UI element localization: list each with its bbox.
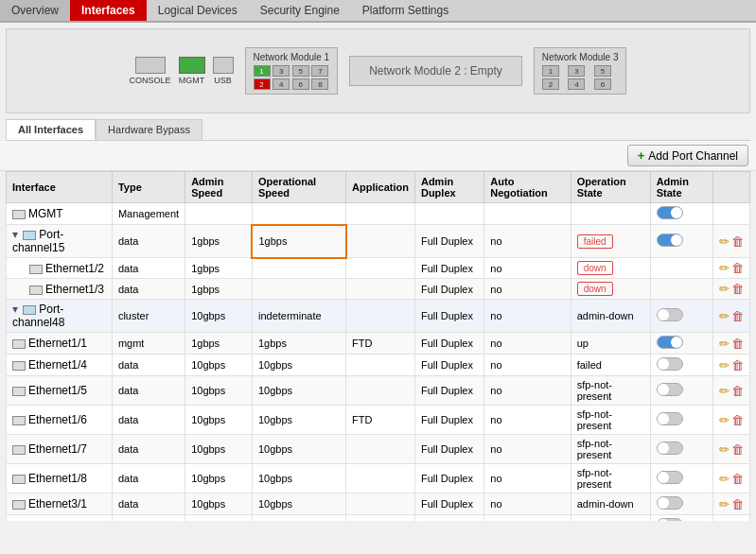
cell-duplex: Full Duplex <box>414 279 483 300</box>
admin-state-toggle[interactable] <box>657 471 683 484</box>
cell-application <box>346 203 415 225</box>
col-op-speed: Operational Speed <box>252 172 345 203</box>
cell-admin-state[interactable] <box>650 406 712 435</box>
delete-icon[interactable]: 🗑 <box>731 261 744 275</box>
nm1-ports: 1 3 5 7 2 4 6 8 <box>254 65 330 90</box>
admin-state-toggle[interactable] <box>657 336 683 349</box>
add-port-channel-button[interactable]: + Add Port Channel <box>627 145 748 166</box>
tab-platform-settings[interactable]: Platform Settings <box>351 0 460 21</box>
cell-actions: ✏🗑 <box>712 300 749 333</box>
cell-duplex: Full Duplex <box>414 515 483 522</box>
cell-op-state: sfp-not-present <box>571 435 650 464</box>
console-label: CONSOLE <box>130 76 171 85</box>
edit-icon[interactable]: ✏ <box>719 472 730 486</box>
cell-application <box>346 493 415 515</box>
tab-overview[interactable]: Overview <box>0 0 70 21</box>
console-port <box>135 57 166 74</box>
cell-op-state <box>571 203 650 225</box>
cell-admin-speed: 1gbps <box>185 225 253 258</box>
edit-icon[interactable]: ✏ <box>719 413 730 427</box>
edit-icon[interactable]: ✏ <box>719 337 730 351</box>
console-mgmt-usb: CONSOLE MGMT USB <box>130 57 234 85</box>
tab-logical-devices[interactable]: Logical Devices <box>147 0 249 21</box>
edit-icon[interactable]: ✏ <box>719 282 730 296</box>
col-type: Type <box>112 172 185 203</box>
sub-tab-bar: All Interfaces Hardware Bypass <box>6 119 750 141</box>
interface-icon <box>12 500 26 510</box>
admin-state-toggle[interactable] <box>657 441 683 455</box>
cell-actions: ✏🗑 <box>712 515 749 522</box>
port-channel-icon <box>23 305 36 315</box>
admin-state-toggle[interactable] <box>657 308 683 321</box>
cell-admin-state[interactable] <box>650 333 712 355</box>
tab-hardware-bypass[interactable]: Hardware Bypass <box>96 119 202 140</box>
tab-security-engine[interactable]: Security Engine <box>249 0 351 21</box>
admin-state-toggle[interactable] <box>657 412 683 425</box>
edit-icon[interactable]: ✏ <box>719 442 730 457</box>
cell-auto-neg: no <box>484 355 571 376</box>
table-row: Ethernet1/4data10gbps10gbpsFull Duplexno… <box>7 355 750 376</box>
cell-admin-state[interactable] <box>650 300 712 333</box>
admin-state-toggle[interactable] <box>657 234 683 247</box>
cell-op-speed: 1gbps <box>252 225 345 258</box>
edit-icon[interactable]: ✏ <box>719 358 730 372</box>
cell-admin-state[interactable] <box>650 258 712 279</box>
cell-op-state: up <box>571 333 650 355</box>
cell-op-speed <box>252 203 345 225</box>
cell-admin-state[interactable] <box>650 279 712 300</box>
table-row: Ethernet1/7data10gbps10gbpsFull Duplexno… <box>7 435 750 464</box>
cell-application <box>346 279 415 300</box>
admin-state-toggle[interactable] <box>657 383 683 396</box>
expand-icon[interactable]: ▾ <box>12 303 21 316</box>
cell-actions: ✏🗑 <box>712 258 749 279</box>
admin-state-toggle[interactable] <box>657 496 683 510</box>
delete-icon[interactable]: 🗑 <box>731 234 744 249</box>
delete-icon[interactable]: 🗑 <box>731 472 744 486</box>
nm1-port-8: 8 <box>311 78 328 90</box>
admin-state-toggle[interactable] <box>657 518 683 521</box>
edit-icon[interactable]: ✏ <box>719 497 730 511</box>
admin-state-toggle[interactable] <box>657 206 683 219</box>
delete-icon[interactable]: 🗑 <box>731 413 744 427</box>
cell-application <box>346 225 415 258</box>
edit-icon[interactable]: ✏ <box>719 309 730 323</box>
cell-admin-state[interactable] <box>650 225 712 258</box>
interface-icon <box>12 475 26 484</box>
delete-icon[interactable]: 🗑 <box>731 282 744 296</box>
tab-interfaces[interactable]: Interfaces <box>70 0 147 21</box>
edit-icon[interactable]: ✏ <box>719 261 730 275</box>
cell-admin-state[interactable] <box>650 515 712 522</box>
admin-state-toggle[interactable] <box>657 357 683 371</box>
interfaces-table-container[interactable]: Interface Type Admin Speed Operational S… <box>6 171 750 521</box>
cell-admin-state[interactable] <box>650 435 712 464</box>
cell-admin-state[interactable] <box>650 355 712 376</box>
usb-port <box>213 57 234 74</box>
nm3-ports: 1 3 5 2 4 6 <box>542 65 619 90</box>
delete-icon[interactable]: 🗑 <box>731 384 744 398</box>
cell-auto-neg: no <box>484 406 571 435</box>
expand-icon[interactable]: ▾ <box>12 228 21 241</box>
cell-auto-neg: no <box>484 300 571 333</box>
delete-icon[interactable]: 🗑 <box>731 309 744 323</box>
edit-icon[interactable]: ✏ <box>719 519 730 522</box>
cell-duplex: Full Duplex <box>414 300 483 333</box>
nm3-title: Network Module 3 <box>542 52 619 62</box>
cell-type: data <box>112 376 185 406</box>
cell-admin-state[interactable] <box>650 464 712 493</box>
delete-icon[interactable]: 🗑 <box>731 442 744 457</box>
col-admin-duplex: Admin Duplex <box>414 172 483 203</box>
cell-admin-state[interactable] <box>650 203 712 225</box>
delete-icon[interactable]: 🗑 <box>731 519 744 522</box>
edit-icon[interactable]: ✏ <box>719 384 730 398</box>
tab-all-interfaces[interactable]: All Interfaces <box>6 119 96 140</box>
delete-icon[interactable]: 🗑 <box>731 497 744 511</box>
edit-icon[interactable]: ✏ <box>719 234 730 249</box>
cell-type: data <box>112 355 185 376</box>
cell-auto-neg: no <box>484 464 571 493</box>
delete-icon[interactable]: 🗑 <box>731 337 744 351</box>
cell-type: data <box>112 406 185 435</box>
cell-admin-speed: 10gbps <box>185 464 253 493</box>
cell-admin-state[interactable] <box>650 376 712 406</box>
cell-admin-state[interactable] <box>650 493 712 515</box>
delete-icon[interactable]: 🗑 <box>731 358 744 372</box>
